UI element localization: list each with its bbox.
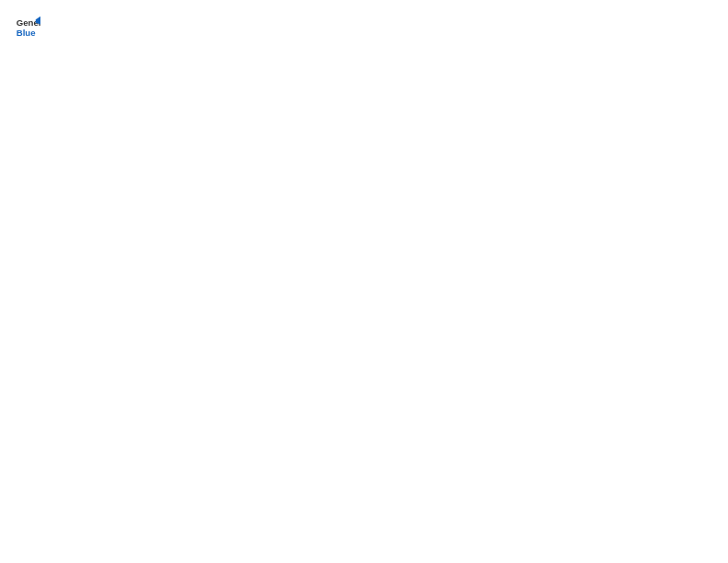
header: General Blue — [15, 15, 713, 40]
logo-icon: General Blue — [15, 15, 40, 40]
svg-text:Blue: Blue — [17, 28, 36, 38]
logo: General Blue — [15, 15, 40, 40]
